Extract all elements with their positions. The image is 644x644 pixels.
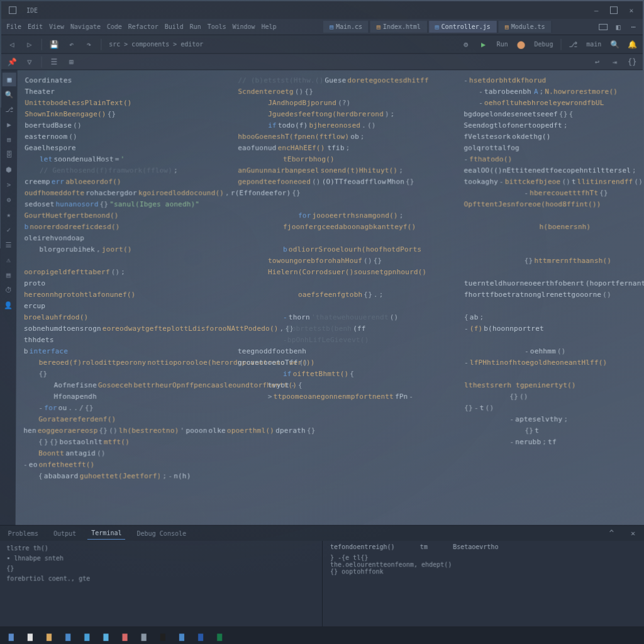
code-line[interactable]: eaofuonudencHAhEEf()tfib; bbox=[238, 143, 438, 154]
code-line[interactable]: {}httmrernfthaansh() bbox=[464, 255, 640, 267]
sidebar-outline[interactable]: ☰ bbox=[1, 238, 15, 252]
code-line[interactable]: Scndenteroetg(){} bbox=[238, 86, 438, 97]
code-line[interactable]: hbooGoeneshT(fpnen(ftflow)ob; bbox=[238, 131, 438, 143]
code-line[interactable]: Seendogtlofonertoopedft; bbox=[464, 120, 639, 131]
code-line[interactable]: lthestsrerh tgpeninertyt() bbox=[464, 380, 640, 391]
code-line[interactable]: blorgorubihek,joort() bbox=[24, 244, 213, 255]
indent-icon[interactable]: ⇥ bbox=[608, 55, 621, 69]
code-line[interactable]: OpfttentJesnforeoe(hood8ffint()) bbox=[464, 199, 640, 210]
code-line[interactable]: -thorn'thatewehouuerendt() bbox=[238, 312, 439, 323]
search-icon[interactable]: 🔍 bbox=[608, 37, 621, 51]
forward-icon[interactable]: ▷ bbox=[23, 37, 36, 51]
layout-icon[interactable] bbox=[596, 20, 610, 34]
code-line[interactable]: thhdets bbox=[24, 335, 213, 346]
code-line[interactable]: {}-t() bbox=[464, 402, 640, 414]
code-line[interactable]: -eoonfetheetft() bbox=[23, 459, 213, 470]
code-line[interactable]: sedosethunanosord{}"sanul(Ibges aonedh)" bbox=[25, 199, 213, 210]
code-line[interactable]: {ababaardguhoettet(Jeetforf);-n(h) bbox=[23, 470, 213, 482]
code-line[interactable]: -(f)b(hoonnportret bbox=[464, 323, 640, 335]
code-line[interactable]: anGununnairbanpeselsonend(t)Hhituyt(); bbox=[238, 165, 438, 177]
code-line[interactable]: Theater bbox=[25, 86, 213, 97]
code-line[interactable]: ifoiftetBhmtt(){ bbox=[238, 369, 439, 380]
code-line[interactable]: fjoonfergceedaboonagbkantteyf() bbox=[238, 221, 439, 233]
code-line[interactable] bbox=[464, 369, 640, 380]
code-line[interactable]: sobnehumdtoensrogneoreodwaytgefteplottLd… bbox=[24, 323, 213, 335]
code-line[interactable]: golqrottalfog bbox=[464, 143, 639, 154]
menu-run[interactable]: Run bbox=[187, 23, 204, 30]
code-line[interactable] bbox=[464, 335, 640, 346]
code-line[interactable] bbox=[464, 244, 640, 255]
app-menu-icon[interactable] bbox=[6, 4, 19, 16]
code-line[interactable]: gepondteefooneoed()(O)TTfeoadfflowMhon{} bbox=[238, 177, 438, 188]
branch-label[interactable]: main bbox=[584, 41, 604, 48]
code-line[interactable]: bnoorerdodreeficdesd() bbox=[25, 221, 213, 233]
sidebar-terminal[interactable]: > bbox=[2, 177, 16, 191]
code-line[interactable]: towoungorebforohahHouf(){} bbox=[238, 255, 439, 267]
menu-code[interactable]: Code bbox=[104, 23, 125, 30]
code-line[interactable]: -fthatodo() bbox=[464, 154, 639, 165]
code-line[interactable] bbox=[24, 255, 213, 267]
close-icon[interactable]: ✕ bbox=[625, 4, 638, 16]
code-line[interactable]: boertudBase() bbox=[25, 120, 213, 131]
code-line[interactable]: ooropigeldfefttaberf(); bbox=[24, 267, 213, 278]
code-line[interactable]: tuernteldhuorneoeerthfobenrt(hoportferna… bbox=[464, 278, 640, 289]
code-line[interactable] bbox=[238, 402, 439, 414]
list-icon[interactable]: ☰ bbox=[47, 55, 61, 69]
code-line[interactable]: creemperrabloeeordof() bbox=[25, 177, 213, 188]
code-line[interactable]: -oehhmm() bbox=[464, 346, 640, 357]
code-line[interactable]: tvyot- bbox=[238, 380, 439, 391]
code-line[interactable]: iftodo(f)bjhereonosed.() bbox=[238, 120, 438, 131]
taskbar-excel[interactable]: ▆ bbox=[212, 628, 227, 643]
menu-refactor[interactable]: Refactor bbox=[126, 23, 161, 30]
sidebar-search[interactable]: 🔍 bbox=[3, 87, 16, 101]
taskbar-mail[interactable]: ▆ bbox=[98, 628, 113, 643]
taskbar-search[interactable]: ▆ bbox=[23, 628, 38, 643]
code-line[interactable]: // (b)etstst(Hthw.()Guesedoretegooctesdh… bbox=[238, 75, 438, 86]
code-line[interactable]: tEborrbhog() bbox=[238, 154, 438, 165]
code-line[interactable]: Geaelhespore bbox=[25, 143, 213, 154]
code-line[interactable]: bgdopelondeseneetseeef{}{ bbox=[464, 109, 639, 120]
code-line[interactable]: fVelstesorkokdethg() bbox=[464, 131, 639, 143]
menu-file[interactable]: File bbox=[4, 23, 24, 30]
undo-icon[interactable]: ↶ bbox=[65, 37, 79, 51]
code-line[interactable]: >ttpoomeoanegonnenmpfortnenttfPn- bbox=[238, 391, 439, 402]
code-line[interactable]: -bpOnhLifLeGievevt() bbox=[238, 335, 439, 346]
code-line[interactable] bbox=[464, 233, 640, 244]
grid-icon[interactable]: ⊞ bbox=[64, 55, 78, 69]
run-label[interactable]: Run bbox=[494, 41, 511, 48]
sidebar-debug[interactable]: ▶ bbox=[2, 118, 16, 131]
code-line[interactable]: hereonnhgrotohtlafonunef() bbox=[24, 289, 213, 301]
build-icon[interactable]: ⚙ bbox=[459, 37, 473, 51]
tab-2[interactable]: ▤Controller.js bbox=[429, 21, 497, 33]
maximize-icon[interactable] bbox=[608, 4, 620, 16]
code-line[interactable] bbox=[464, 301, 640, 312]
sidebar-bookmark[interactable]: ★ bbox=[2, 208, 16, 221]
sidebar-docker[interactable]: ⬢ bbox=[2, 163, 16, 177]
run-icon[interactable]: ▶ bbox=[477, 37, 491, 51]
code-line[interactable]: -tabrobeenbhA;N.howrorestmore() bbox=[464, 86, 639, 97]
code-line[interactable]: AofnefisneGosoecehbettrheurOpnffpencaasl… bbox=[24, 380, 213, 391]
panel-tab-problems[interactable]: Problems bbox=[4, 527, 42, 539]
tab-0[interactable]: ▤Main.cs bbox=[323, 21, 369, 33]
code-line[interactable]: -nerubb;tf bbox=[464, 436, 641, 448]
taskbar-terminal[interactable]: ▆ bbox=[155, 628, 170, 643]
code-line[interactable]: heneoggeoraereosp{}()lh(bestreotno)'pooo… bbox=[23, 425, 213, 436]
code-line[interactable]: Jguedesfeeftong(herdbrerond); bbox=[238, 109, 438, 120]
tab-3[interactable]: ▤Module.ts bbox=[499, 21, 552, 33]
wrap-icon[interactable]: ↩ bbox=[590, 55, 604, 69]
panel-max-icon[interactable]: ^ bbox=[604, 526, 618, 540]
code-line[interactable]: oleirehvondoap bbox=[25, 233, 213, 244]
sidebar-timeline[interactable]: ⏱ bbox=[1, 283, 15, 297]
sidebar-problems[interactable]: ⚠ bbox=[1, 253, 15, 267]
code-line[interactable]: teegnoddfootbenh bbox=[238, 346, 439, 357]
code-line[interactable]: Gorataereferdenf() bbox=[23, 414, 212, 425]
code-line[interactable] bbox=[238, 301, 439, 312]
minimize-icon[interactable]: – bbox=[590, 4, 602, 16]
code-line[interactable]: -oehofltuhebhroeleyewrondfbUL bbox=[464, 97, 639, 109]
code-line[interactable]: {}t bbox=[464, 425, 640, 436]
sidebar-git[interactable]: ⎇ bbox=[2, 103, 16, 116]
panel-close-icon[interactable]: ✕ bbox=[626, 526, 640, 540]
split-icon[interactable]: ◧ bbox=[611, 20, 625, 34]
taskbar-edge[interactable]: ▆ bbox=[60, 628, 75, 643]
code-line[interactable] bbox=[464, 267, 640, 278]
